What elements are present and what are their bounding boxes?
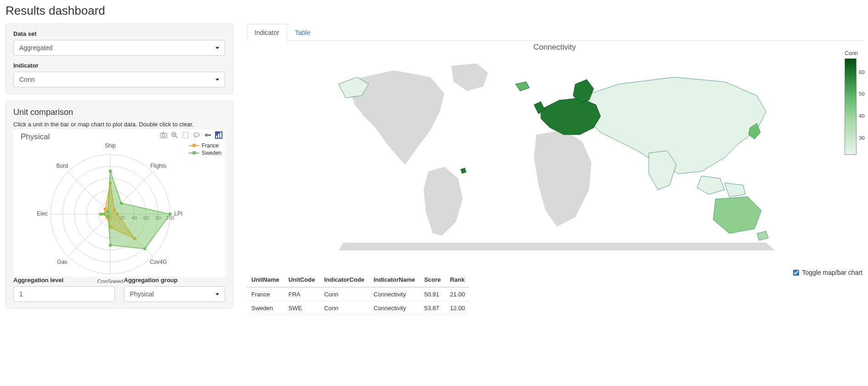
table-header: IndicatorCode (319, 272, 369, 287)
svg-text:Gas: Gas (57, 259, 67, 265)
tabs: Indicator Table (247, 23, 862, 41)
svg-rect-47 (103, 208, 106, 210)
map-chart[interactable]: Connectivity (247, 41, 862, 261)
indicator-select[interactable]: Conn (13, 72, 225, 87)
svg-rect-49 (119, 202, 122, 204)
controls-well: Data set Aggregated Indicator Conn (6, 23, 233, 94)
svg-rect-55 (106, 210, 109, 213)
zoom-icon[interactable] (171, 131, 178, 139)
table-cell: 12.00 (445, 301, 470, 315)
svg-text:ConSpeed: ConSpeed (97, 278, 123, 283)
legend-item-sweden[interactable]: Sweden (202, 150, 221, 156)
radar-chart-title: Physical (21, 132, 50, 142)
table-cell: Connectivity (369, 287, 420, 301)
lasso-icon[interactable] (193, 131, 200, 139)
svg-rect-53 (107, 215, 109, 218)
toggle-map-bar-label: Toggle map/bar chart (802, 269, 862, 276)
tab-indicator[interactable]: Indicator (247, 24, 287, 41)
svg-rect-54 (99, 213, 102, 216)
unit-comparison-hint: Click a unit in the bar or map chart to … (13, 121, 225, 128)
table-cell: Connectivity (369, 301, 420, 315)
table-cell: 53.87 (420, 301, 445, 315)
indicator-label: Indicator (13, 62, 225, 69)
table-header: Rank (445, 272, 470, 287)
chart-toolbar (160, 131, 222, 139)
box-select-icon[interactable] (182, 131, 189, 139)
colorbar-title: Conn (845, 50, 858, 57)
table-cell: 21.00 (445, 287, 470, 301)
svg-line-4 (176, 136, 177, 138)
svg-rect-2 (162, 132, 164, 133)
map-colorbar: Conn 30405060 (845, 50, 858, 155)
table-cell: Sweden (247, 301, 284, 315)
table-cell: SWE (284, 301, 320, 315)
svg-text:Elec: Elec (37, 210, 47, 217)
svg-text:Flights: Flights (150, 163, 166, 169)
dataset-label: Data set (13, 30, 225, 37)
svg-rect-52 (109, 244, 112, 247)
table-cell: FRA (284, 287, 320, 301)
indicator-value: Conn (19, 75, 34, 84)
table-cell: 50.91 (420, 287, 445, 301)
bar-chart-icon[interactable] (215, 131, 222, 139)
tab-table[interactable]: Table (287, 24, 318, 41)
chevron-down-icon (216, 293, 219, 295)
agg-group-value: Physical (130, 290, 154, 299)
svg-point-8 (194, 133, 199, 136)
toggle-map-bar-checkbox[interactable] (793, 270, 799, 276)
camera-icon[interactable] (160, 131, 167, 139)
reset-icon[interactable] (204, 131, 211, 139)
svg-line-28 (68, 214, 110, 256)
svg-text:Bord: Bord (56, 163, 68, 169)
table-header: Score (420, 272, 445, 287)
svg-text:Cov4G: Cov4G (149, 259, 166, 265)
table-header: IndicatorName (369, 272, 420, 287)
svg-rect-51 (143, 248, 146, 250)
chevron-down-icon (216, 47, 219, 49)
table-cell: France (247, 287, 284, 301)
dataset-select[interactable]: Aggregated (13, 40, 225, 56)
svg-rect-7 (183, 132, 188, 138)
svg-rect-10 (218, 134, 220, 138)
svg-text:LPI: LPI (174, 210, 182, 217)
radar-chart[interactable]: Physical France Sweden ShipFlightsLPICov… (13, 130, 225, 277)
chevron-down-icon (216, 79, 219, 81)
results-table: UnitNameUnitCodeIndicatorCodeIndicatorNa… (247, 272, 470, 315)
table-cell: Conn (319, 287, 369, 301)
svg-point-1 (162, 134, 165, 137)
table-header: UnitName (247, 272, 284, 287)
svg-rect-50 (169, 213, 171, 216)
svg-rect-48 (109, 170, 112, 173)
agg-group-select[interactable]: Physical (124, 286, 226, 302)
unit-comparison-well: Unit comparison Click a unit in the bar … (6, 101, 233, 309)
table-cell: Conn (319, 301, 369, 315)
table-row: SwedenSWEConnConnectivity53.8712.00 (247, 301, 470, 315)
svg-rect-9 (216, 136, 217, 138)
page-title: Results dashboard (6, 4, 862, 18)
agg-level-input[interactable] (13, 286, 115, 302)
map-title: Connectivity (247, 41, 862, 52)
toggle-map-bar[interactable]: Toggle map/bar chart (793, 267, 862, 276)
table-row: FranceFRAConnConnectivity50.9121.00 (247, 287, 470, 301)
table-header: UnitCode (284, 272, 320, 287)
dataset-value: Aggregated (19, 43, 52, 52)
svg-text:Ship: Ship (104, 142, 115, 149)
unit-comparison-title: Unit comparison (13, 108, 225, 117)
svg-rect-11 (220, 132, 221, 138)
